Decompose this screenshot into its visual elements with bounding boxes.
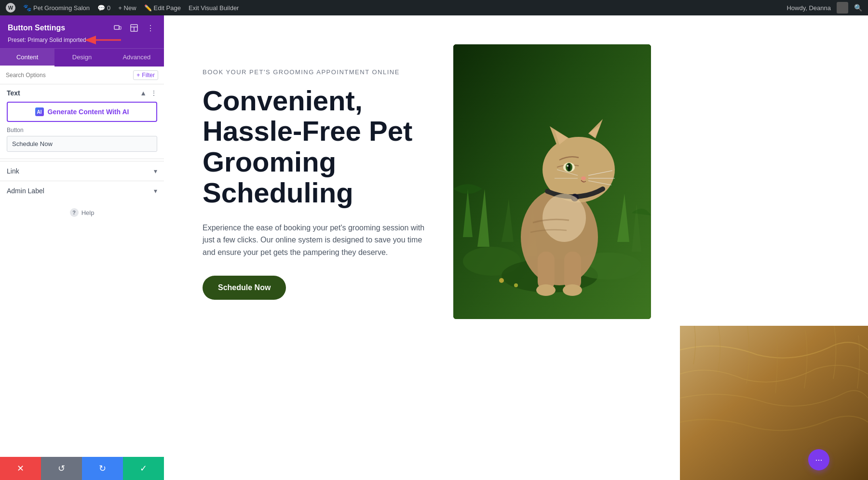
ai-icon: AI xyxy=(35,107,44,116)
redo-button[interactable]: ↻ xyxy=(82,457,123,480)
tab-advanced[interactable]: Advanced xyxy=(109,49,164,67)
panel-body: + Filter Text ▲ ⋮ A xyxy=(0,67,164,457)
cat-background xyxy=(453,44,651,319)
panel-title: Button Settings xyxy=(8,24,65,32)
svg-point-20 xyxy=(568,163,570,171)
undo-button[interactable]: ↺ xyxy=(41,457,82,480)
admin-bar-edit-page[interactable]: ✏️ Edit Page xyxy=(144,4,181,12)
tab-content[interactable]: Content xyxy=(0,49,54,67)
responsive-icon[interactable] xyxy=(112,22,123,34)
panel-preset-row: Preset: Primary Solid imported ▾ xyxy=(8,37,156,43)
settings-panel: Button Settings ⋮ Preset: Primary Solid … xyxy=(0,15,164,480)
comment-icon: 💬 xyxy=(97,4,105,12)
new-label: + New xyxy=(118,4,136,12)
save-icon: ✓ xyxy=(140,463,147,474)
howdy-label: Howdy, Deanna xyxy=(787,4,831,12)
hero-description: Experience the ease of booking your pet'… xyxy=(203,222,434,259)
cat-image xyxy=(453,44,651,319)
admin-bar-right: Howdy, Deanna 🔍 xyxy=(787,2,862,13)
red-arrow-indicator xyxy=(85,35,123,47)
svg-rect-32 xyxy=(564,252,581,290)
text-section-header: Text ▲ ⋮ xyxy=(7,89,157,97)
svg-rect-0 xyxy=(114,26,119,29)
text-section-controls: ▲ ⋮ xyxy=(140,89,157,97)
link-section: Link ▾ xyxy=(0,161,164,181)
panel-title-row: Button Settings ⋮ xyxy=(8,22,156,34)
svg-point-34 xyxy=(563,284,582,296)
admin-bar-exit-builder[interactable]: Exit Visual Builder xyxy=(189,4,239,12)
text-section: Text ▲ ⋮ AI Generate Content With AI But… xyxy=(0,84,164,157)
cancel-icon: ✕ xyxy=(17,463,24,474)
hero-section: BOOK YOUR PET'S GROOMING APPOINTMENT ONL… xyxy=(164,15,868,353)
schedule-now-button[interactable]: Schedule Now xyxy=(203,276,286,300)
edit-icon: ✏️ xyxy=(144,4,152,12)
panel-tabs: Content Design Advanced xyxy=(0,49,164,67)
svg-point-22 xyxy=(581,176,586,180)
link-section-title: Link xyxy=(7,167,19,175)
save-button[interactable]: ✓ xyxy=(123,457,164,480)
redo-icon: ↻ xyxy=(99,463,106,474)
undo-icon: ↺ xyxy=(58,463,65,474)
filter-button[interactable]: + Filter xyxy=(133,70,158,80)
tab-design[interactable]: Design xyxy=(54,49,109,67)
bg-bottom-right-image xyxy=(680,326,868,480)
hero-title: Convenient, Hassle-Free Pet Grooming Sch… xyxy=(203,85,434,208)
admin-label-chevron-icon: ▾ xyxy=(154,187,157,195)
help-button[interactable]: ? Help xyxy=(70,208,95,217)
generate-ai-button[interactable]: AI Generate Content With AI xyxy=(7,102,157,122)
search-options-row: + Filter xyxy=(0,67,164,84)
panel-footer: ✕ ↺ ↻ ✓ xyxy=(0,457,164,480)
admin-bar-new[interactable]: + New xyxy=(118,4,136,12)
hero-eyebrow: BOOK YOUR PET'S GROOMING APPOINTMENT ONL… xyxy=(203,68,434,76)
admin-label-title: Admin Label xyxy=(7,187,44,195)
text-section-menu-icon[interactable]: ⋮ xyxy=(150,89,157,97)
admin-bar-left: W 🐾 Pet Grooming Salon 💬 0 + New ✏️ Edit… xyxy=(6,3,239,13)
text-section-collapse-icon[interactable]: ▲ xyxy=(140,89,147,97)
cancel-button[interactable]: ✕ xyxy=(0,457,41,480)
svg-point-36 xyxy=(514,283,518,287)
edit-page-label: Edit Page xyxy=(154,4,181,12)
hero-image-area xyxy=(453,44,661,324)
svg-point-33 xyxy=(536,284,556,296)
button-field-label: Button xyxy=(7,127,157,133)
admin-bar: W 🐾 Pet Grooming Salon 💬 0 + New ✏️ Edit… xyxy=(0,0,868,15)
text-section-title: Text xyxy=(7,89,20,97)
comment-count: 0 xyxy=(107,4,110,12)
link-section-header[interactable]: Link ▾ xyxy=(7,167,157,175)
user-avatar xyxy=(837,2,848,13)
panel-title-icons: ⋮ xyxy=(112,22,156,34)
admin-bar-site[interactable]: 🐾 Pet Grooming Salon xyxy=(23,4,90,12)
dots-icon: ··· xyxy=(815,455,822,465)
divider-1 xyxy=(0,159,164,159)
site-icon: 🐾 xyxy=(23,4,31,12)
admin-label-section-header[interactable]: Admin Label ▾ xyxy=(7,187,157,195)
filter-label: Filter xyxy=(142,72,155,79)
floating-action-button[interactable]: ··· xyxy=(808,449,829,470)
exit-builder-label: Exit Visual Builder xyxy=(189,4,239,12)
hero-content: BOOK YOUR PET'S GROOMING APPOINTMENT ONL… xyxy=(203,68,453,300)
layout-icon[interactable] xyxy=(128,22,140,34)
filter-plus-icon: + xyxy=(136,72,140,79)
search-icon[interactable]: 🔍 xyxy=(854,4,862,12)
wordpress-icon: W xyxy=(6,3,15,13)
svg-point-35 xyxy=(499,278,504,283)
schedule-btn-label: Schedule Now xyxy=(218,283,271,292)
svg-rect-37 xyxy=(680,326,868,480)
preset-label[interactable]: Preset: Primary Solid imported xyxy=(8,37,86,43)
panel-header: Button Settings ⋮ Preset: Primary Solid … xyxy=(0,15,164,49)
site-preview: BOOK YOUR PET'S GROOMING APPOINTMENT ONL… xyxy=(164,15,868,480)
svg-rect-31 xyxy=(538,252,555,290)
more-options-icon[interactable]: ⋮ xyxy=(145,22,156,34)
admin-label-section: Admin Label ▾ xyxy=(0,181,164,200)
admin-bar-comments[interactable]: 💬 0 xyxy=(97,4,110,12)
button-text-input[interactable] xyxy=(7,136,157,152)
main-area: Button Settings ⋮ Preset: Primary Solid … xyxy=(0,15,868,480)
help-icon: ? xyxy=(70,208,79,217)
link-chevron-icon: ▾ xyxy=(154,167,157,175)
wp-logo[interactable]: W xyxy=(6,3,15,13)
help-section: ? Help xyxy=(0,200,164,225)
ai-button-label: Generate Content With AI xyxy=(48,108,129,116)
svg-point-21 xyxy=(567,165,569,167)
search-options-input[interactable] xyxy=(6,72,129,79)
help-label: Help xyxy=(81,209,95,216)
